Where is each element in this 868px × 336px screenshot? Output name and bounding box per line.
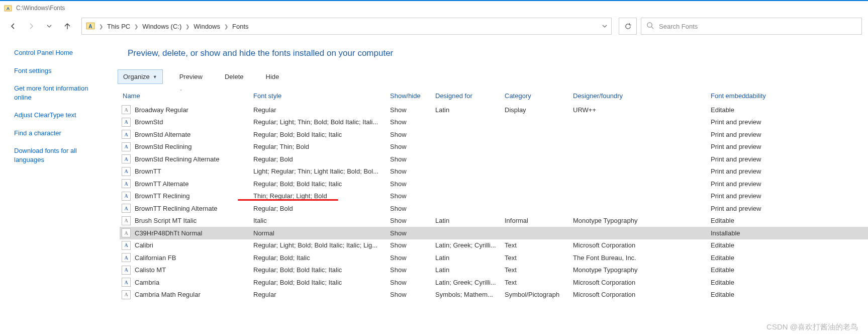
font-style: Regular; Light; Thin; Bold; Bold Italic;…: [250, 118, 387, 126]
font-file-icon: A: [122, 105, 131, 114]
preview-button[interactable]: Preview: [174, 69, 208, 84]
font-name: C39HrP48DhTt Normal: [135, 229, 202, 237]
font-row[interactable]: ABrownStd RecliningRegular; Thin; BoldSh…: [120, 141, 868, 153]
column-name[interactable]: Name˄: [120, 90, 250, 102]
refresh-button[interactable]: [619, 18, 637, 35]
font-designed-for: Latin: [432, 266, 502, 274]
font-designed-for: Latin; Greek; Cyrilli...: [432, 241, 502, 249]
organize-button[interactable]: Organize ▼: [118, 69, 163, 84]
column-font-style[interactable]: Font style: [250, 90, 387, 102]
font-name: Californian FB: [135, 254, 176, 262]
font-style: Regular; Bold; Bold Italic; Italic: [250, 131, 387, 138]
column-foundry[interactable]: Designer/foundry: [570, 90, 708, 102]
chevron-down-icon[interactable]: [602, 23, 607, 30]
forward-button[interactable]: [24, 19, 38, 33]
sidebar-item-cleartype[interactable]: Adjust ClearType text: [14, 111, 105, 120]
search-icon: [646, 22, 654, 31]
font-style: Normal: [250, 229, 387, 237]
chevron-right-icon[interactable]: ❯: [224, 24, 228, 29]
font-embeddability: Print and preview: [708, 205, 808, 212]
font-row[interactable]: ABrownTT AlternateRegular; Bold; Bold It…: [120, 178, 868, 190]
font-foundry: Microsoft Corporation: [570, 279, 708, 286]
address-bar[interactable]: A ❯ This PC ❯ Windows (C:) ❯ Windows ❯ F…: [81, 18, 612, 35]
font-row[interactable]: AC39HrP48DhTt NormalNormalShowInstallabl…: [120, 227, 868, 239]
sidebar-item-download-fonts[interactable]: Download fonts for all languages: [14, 146, 105, 164]
breadcrumb[interactable]: Windows: [194, 23, 220, 30]
column-designed-for[interactable]: Designed for: [432, 90, 502, 102]
font-row[interactable]: ABrownTT RecliningThin; Regular; Light; …: [120, 190, 868, 203]
font-show-hide: Show: [387, 131, 432, 138]
back-button[interactable]: [6, 19, 20, 33]
font-row[interactable]: ABrownTT Reclining AlternateRegular; Bol…: [120, 202, 868, 215]
fonts-folder-icon: A: [86, 21, 95, 32]
font-embeddability: Print and preview: [708, 155, 808, 163]
font-embeddability: Editable: [708, 279, 808, 286]
sidebar-item-font-settings[interactable]: Font settings: [14, 66, 105, 75]
font-row[interactable]: ABrownStd AlternateRegular; Bold; Bold I…: [120, 128, 868, 141]
font-name: Calisto MT: [135, 266, 166, 274]
font-name: BrownStd Reclining: [135, 143, 191, 150]
recent-dropdown[interactable]: [42, 19, 56, 33]
font-row[interactable]: ABroadway RegularRegularShowLatinDisplay…: [120, 104, 868, 116]
toolbar: Organize ▼ Preview Delete Hide: [111, 67, 868, 88]
font-file-icon: A: [122, 179, 131, 188]
font-row[interactable]: ACambriaRegular; Bold; Bold Italic; Ital…: [120, 276, 868, 289]
font-show-hide: Show: [387, 106, 432, 114]
chevron-right-icon[interactable]: ❯: [185, 24, 189, 29]
font-name: BrownTT Reclining: [135, 192, 190, 200]
font-embeddability: Print and preview: [708, 180, 808, 188]
font-name: Cambria Math Regular: [135, 291, 201, 298]
sidebar-item-control-panel-home[interactable]: Control Panel Home: [14, 48, 105, 57]
up-button[interactable]: [60, 19, 74, 33]
font-category: Text: [502, 241, 570, 249]
breadcrumb[interactable]: This PC: [107, 23, 130, 30]
font-row[interactable]: ABrownStdRegular; Light; Thin; Bold; Bol…: [120, 116, 868, 129]
font-row[interactable]: ABrownTTLight; Regular; Thin; Light Ital…: [120, 165, 868, 178]
font-style: Thin; Regular; Light; Bold: [250, 192, 387, 200]
search-input[interactable]: [659, 23, 856, 30]
font-embeddability: Print and preview: [708, 143, 808, 150]
font-name: Broadway Regular: [135, 106, 188, 114]
font-foundry: URW++: [570, 106, 708, 114]
font-embeddability: Print and preview: [708, 192, 808, 200]
chevron-right-icon[interactable]: ❯: [99, 24, 103, 29]
font-style: Regular; Bold; Bold Italic; Italic: [250, 266, 387, 274]
chevron-right-icon[interactable]: ❯: [134, 24, 138, 29]
font-embeddability: Editable: [708, 217, 808, 224]
search-box[interactable]: [641, 18, 862, 35]
font-row[interactable]: ACalibriRegular; Light; Bold; Bold Itali…: [120, 239, 868, 252]
breadcrumb[interactable]: Windows (C:): [142, 23, 181, 30]
window-title: C:\Windows\Fonts: [16, 5, 65, 12]
main-panel: Preview, delete, or show and hide the fo…: [111, 37, 868, 336]
font-row[interactable]: ACalisto MTRegular; Bold; Bold Italic; I…: [120, 264, 868, 277]
font-show-hide: Show: [387, 205, 432, 212]
hide-button[interactable]: Hide: [260, 69, 285, 84]
breadcrumb[interactable]: Fonts: [232, 23, 249, 30]
svg-text:A: A: [88, 23, 92, 29]
column-category[interactable]: Category: [502, 90, 570, 102]
font-designed-for: Latin: [432, 254, 502, 262]
svg-point-4: [647, 23, 652, 27]
font-file-icon: A: [122, 154, 131, 163]
font-show-hide: Show: [387, 291, 432, 298]
delete-button[interactable]: Delete: [219, 69, 249, 84]
font-embeddability: Editable: [708, 254, 808, 262]
svg-line-5: [651, 27, 653, 29]
font-row[interactable]: ACalifornian FBRegular; Bold; ItalicShow…: [120, 251, 868, 264]
font-designed-for: Latin: [432, 217, 502, 224]
font-name: Cambria: [135, 279, 159, 286]
sidebar-item-more-font-info[interactable]: Get more font information online: [14, 84, 105, 102]
font-show-hide: Show: [387, 192, 432, 200]
font-name: Brush Script MT Italic: [135, 217, 197, 224]
column-show-hide[interactable]: Show/hide: [387, 90, 432, 102]
font-show-hide: Show: [387, 167, 432, 175]
font-foundry: Microsoft Corporation: [570, 241, 708, 249]
font-row[interactable]: ABrush Script MT ItalicItalicShowLatinIn…: [120, 215, 868, 227]
font-file-icon: A: [122, 130, 131, 139]
column-embeddability[interactable]: Font embeddability: [708, 90, 808, 102]
font-row[interactable]: ACambria Math RegularRegularShowSymbols;…: [120, 289, 868, 301]
svg-text:A: A: [7, 6, 10, 11]
sidebar-item-find-character[interactable]: Find a character: [14, 129, 105, 138]
font-row[interactable]: ABrownStd Reclining AlternateRegular; Bo…: [120, 153, 868, 165]
font-style: Regular; Bold; Bold Italic; Italic: [250, 180, 387, 188]
